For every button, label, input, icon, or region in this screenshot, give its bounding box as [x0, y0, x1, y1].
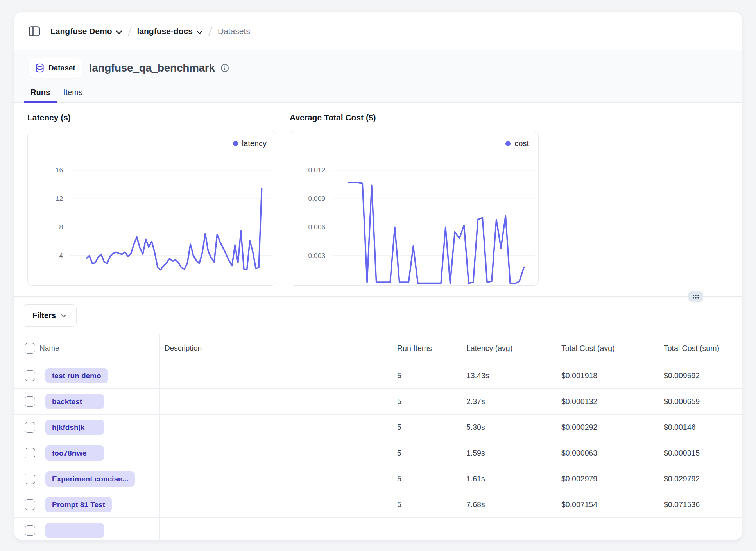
row-checkbox[interactable] — [25, 448, 35, 458]
table-row[interactable]: hjkfdshjk 5 5.30s $0.000292 $0.00146 — [14, 415, 742, 440]
run-name-link[interactable]: foo78riwe — [45, 445, 104, 461]
svg-text:8: 8 — [59, 223, 63, 231]
run-description — [159, 492, 391, 517]
table-row[interactable] — [14, 518, 742, 540]
filters-button-label: Filters — [32, 311, 56, 320]
app-window: Langfuse Demo langfuse-docs Datasets D — [14, 12, 742, 540]
total-cost-avg-value: $0.002979 — [555, 466, 657, 492]
tab-items[interactable]: Items — [57, 88, 89, 102]
run-description — [159, 363, 391, 388]
row-checkbox[interactable] — [25, 499, 35, 510]
legend-dot-icon — [505, 141, 511, 146]
sidebar-toggle-icon[interactable] — [29, 25, 40, 37]
latency-avg-value: 1.61s — [460, 466, 555, 492]
breadcrumb-project[interactable]: langfuse-docs — [137, 26, 203, 36]
filters-button[interactable]: Filters — [23, 304, 77, 327]
run-name-link[interactable]: hjkfdshjk — [45, 420, 104, 435]
svg-text:0.012: 0.012 — [308, 166, 326, 174]
cost-chart-group: Average Total Cost ($) cost 0.0030.0060.… — [290, 113, 539, 286]
run-items-value — [391, 518, 460, 540]
table-row[interactable]: test run demo 5 13.43s $0.001918 $0.0095… — [14, 363, 742, 389]
latency-line-plot: 481216 — [28, 131, 276, 285]
database-icon — [35, 63, 45, 73]
tab-runs[interactable]: Runs — [24, 88, 57, 102]
table-body: test run demo 5 13.43s $0.001918 $0.0095… — [14, 363, 742, 540]
breadcrumb-org-label: Langfuse Demo — [50, 27, 112, 36]
total-cost-sum-value: $0.000315 — [657, 440, 742, 466]
row-checkbox[interactable] — [25, 474, 35, 484]
table-header-row: Name Description Run Items Latency (avg)… — [14, 334, 742, 363]
svg-text:0.003: 0.003 — [308, 252, 326, 259]
latency-avg-value: 1.59s — [460, 440, 555, 466]
cost-line-plot: 0.0030.0060.0090.012 — [290, 131, 538, 285]
run-name-link[interactable]: backtest — [45, 394, 104, 409]
total-cost-avg-value: $0.001918 — [555, 363, 657, 388]
latency-chart-title: Latency (s) — [27, 113, 276, 122]
row-checkbox[interactable] — [25, 370, 35, 381]
total-cost-avg-value: $0.000063 — [555, 440, 657, 466]
dataset-badge-label: Dataset — [48, 64, 75, 72]
grip-dots-icon — [692, 294, 699, 299]
column-header-total-cost-sum[interactable]: Total Cost (sum) — [657, 334, 742, 363]
breadcrumb-org[interactable]: Langfuse Demo — [50, 26, 122, 36]
run-description — [159, 415, 391, 440]
page-title: langfuse_qa_benchmark — [89, 62, 215, 74]
total-cost-sum-value — [657, 518, 742, 540]
column-header-name[interactable]: Name — [39, 334, 159, 363]
breadcrumb-separator — [208, 26, 213, 36]
table-row[interactable]: Prompt 81 Test 5 7.68s $0.007154 $0.0715… — [14, 492, 742, 518]
table-row[interactable]: Experiment concise... 5 1.61s $0.002979 … — [14, 466, 742, 492]
row-checkbox[interactable] — [25, 525, 35, 536]
dataset-header: Dataset langfuse_qa_benchmark Runs Items — [14, 50, 742, 103]
svg-text:0.009: 0.009 — [308, 195, 326, 202]
run-name-link[interactable]: Prompt 81 Test — [45, 497, 112, 512]
total-cost-sum-value: $0.029792 — [657, 466, 742, 492]
latency-avg-value — [460, 518, 555, 540]
run-items-value: 5 — [391, 389, 460, 414]
table-row[interactable]: foo78riwe 5 1.59s $0.000063 $0.000315 — [14, 440, 742, 466]
total-cost-avg-value — [555, 518, 657, 540]
info-icon[interactable] — [220, 64, 229, 72]
column-header-description[interactable]: Description — [159, 334, 391, 363]
row-checkbox[interactable] — [25, 422, 35, 433]
run-name-link[interactable] — [45, 523, 104, 538]
runs-table: Name Description Run Items Latency (avg)… — [14, 334, 742, 540]
run-items-value: 5 — [391, 466, 460, 492]
column-header-latency-avg[interactable]: Latency (avg) — [460, 334, 555, 363]
column-header-run-items[interactable]: Run Items — [391, 334, 460, 363]
total-cost-sum-value: $0.000659 — [657, 389, 742, 414]
latency-legend: latency — [233, 139, 267, 148]
table-row[interactable]: backtest 5 2.37s $0.000132 $0.000659 — [14, 389, 742, 415]
breadcrumb-separator — [127, 26, 132, 36]
run-name-link[interactable]: Experiment concise... — [45, 471, 135, 487]
run-description — [159, 518, 391, 540]
cost-chart-title: Average Total Cost ($) — [290, 113, 539, 122]
run-description — [159, 466, 391, 492]
svg-text:4: 4 — [59, 252, 63, 259]
run-items-value: 5 — [391, 363, 460, 388]
latency-chart-group: Latency (s) latency 481216 — [27, 113, 276, 286]
total-cost-avg-value: $0.000292 — [555, 415, 657, 440]
select-all-checkbox[interactable] — [25, 343, 35, 354]
run-description — [159, 440, 391, 466]
svg-text:12: 12 — [56, 195, 63, 202]
total-cost-avg-value: $0.000132 — [555, 389, 657, 414]
total-cost-sum-value: $0.071536 — [657, 492, 742, 517]
cost-legend: cost — [505, 139, 529, 148]
run-items-value: 5 — [391, 440, 460, 466]
dataset-badge: Dataset — [29, 58, 82, 78]
run-items-value: 5 — [391, 415, 460, 440]
legend-dot-icon — [233, 141, 238, 146]
latency-avg-value: 5.30s — [460, 415, 555, 440]
total-cost-sum-value: $0.009592 — [657, 363, 742, 388]
chevron-down-icon — [196, 27, 203, 36]
breadcrumb-project-label: langfuse-docs — [137, 27, 193, 36]
chevron-down-icon — [116, 27, 122, 36]
column-header-total-cost-avg[interactable]: Total Cost (avg) — [555, 334, 657, 363]
drag-handle[interactable] — [688, 291, 703, 302]
chevron-down-icon — [61, 314, 67, 318]
breadcrumb-page[interactable]: Datasets — [218, 27, 250, 36]
legend-label: cost — [514, 139, 529, 148]
run-name-link[interactable]: test run demo — [45, 368, 108, 383]
row-checkbox[interactable] — [25, 396, 35, 407]
